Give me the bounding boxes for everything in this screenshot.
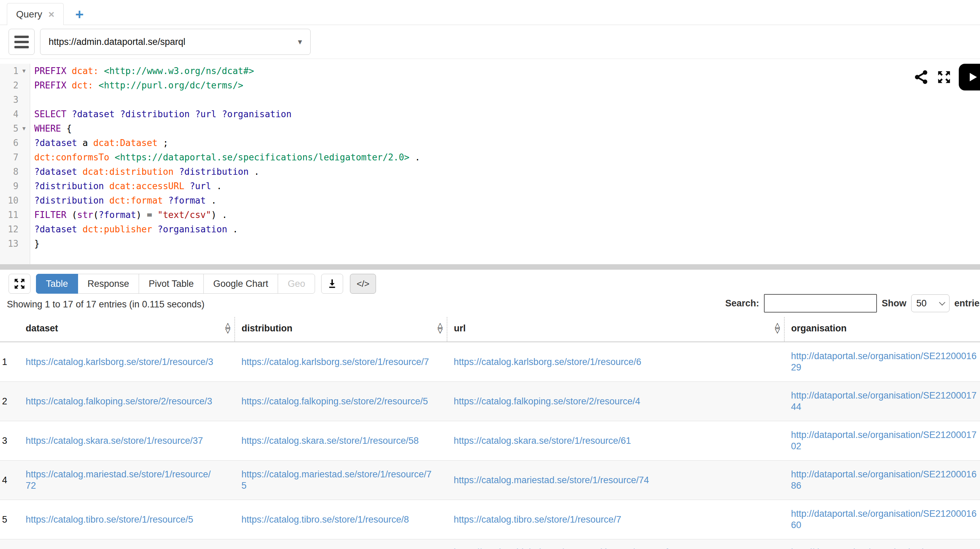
code-line: ?distribution dct:format ?format . bbox=[34, 193, 980, 207]
code-token: ) = bbox=[136, 210, 158, 220]
cell-line: https://catalog.mariestad.se/store/1/res… bbox=[454, 475, 778, 486]
fullscreen-button[interactable] bbox=[936, 69, 952, 85]
sort-icon[interactable]: △▽ bbox=[775, 322, 780, 334]
results-tab-google-chart[interactable]: Google Chart bbox=[204, 274, 278, 294]
code-token: ?distribution bbox=[179, 166, 254, 177]
resize-handle[interactable] bbox=[0, 264, 980, 270]
cell-line: https://catalog.karlsborg.se/store/1/res… bbox=[26, 356, 228, 368]
entries-label: entries bbox=[954, 298, 980, 309]
results-toolbar: TableResponsePivot TableGoogle ChartGeo … bbox=[9, 274, 980, 294]
result-link[interactable]: http://dataportal.se/organisation/SE2120… bbox=[791, 351, 977, 361]
expand-results-icon bbox=[13, 277, 26, 290]
result-link[interactable]: http://dataportal.se/organisation/SE2120… bbox=[791, 509, 977, 519]
cell-url: https://catalog.skara.se/store/1/resourc… bbox=[447, 421, 784, 461]
result-link[interactable]: https://catalog.tibro.se/store/1/resourc… bbox=[242, 514, 409, 525]
share-query-button[interactable] bbox=[913, 69, 929, 85]
fold-arrow-icon[interactable]: ▾ bbox=[19, 121, 29, 136]
endpoint-combobox[interactable]: ▾ bbox=[40, 29, 310, 55]
page-size-select[interactable]: 50 bbox=[911, 294, 950, 312]
tab-query[interactable]: Query × bbox=[7, 3, 64, 25]
cell-line: 5 bbox=[242, 480, 441, 492]
code-token: dct:conformsTo bbox=[34, 152, 115, 163]
cell-line: 60 bbox=[791, 520, 980, 531]
code-line bbox=[34, 93, 980, 107]
table-row: 3https://catalog.skara.se/store/1/resour… bbox=[0, 421, 980, 461]
fold-arrow-icon[interactable]: ▾ bbox=[19, 64, 29, 78]
result-link[interactable]: https://catalog.mariestad.se/store/1/res… bbox=[454, 475, 649, 485]
result-link[interactable]: 29 bbox=[791, 362, 801, 372]
code-line: ?dataset dct:publisher ?organisation . bbox=[34, 222, 980, 236]
results-tab-pivot-table[interactable]: Pivot Table bbox=[139, 274, 204, 294]
result-link[interactable]: 5 bbox=[242, 480, 247, 491]
result-link[interactable]: http://dataportal.se/organisation/SE2120… bbox=[791, 547, 971, 549]
cell-organisation: http://dataportal.se/organisation/SE2120… bbox=[784, 500, 980, 539]
result-link[interactable]: 60 bbox=[791, 520, 801, 530]
add-tab-button[interactable]: + bbox=[75, 8, 84, 21]
fold-spacer bbox=[19, 193, 29, 207]
fold-spacer bbox=[19, 93, 29, 107]
cell-dataset bbox=[14, 539, 235, 549]
sort-icon[interactable]: △▽ bbox=[225, 322, 231, 334]
result-link[interactable]: 86 bbox=[791, 480, 801, 491]
query-editor[interactable]: 1▾2345▾678910111213 PREFIX dcat: <http:/… bbox=[0, 59, 980, 264]
result-link[interactable]: http://dataportal.se/organisation/SE2120… bbox=[791, 430, 977, 440]
line-number: 5 bbox=[0, 121, 19, 136]
result-link[interactable]: https://catalog.mariestad.se/store/1/res… bbox=[26, 469, 211, 479]
result-link[interactable]: https://catalog.skara.se/store/1/resourc… bbox=[454, 436, 631, 446]
line-number: 3 bbox=[0, 93, 19, 107]
cell-distribution: https://catalog.mariestad.se/store/1/res… bbox=[235, 461, 447, 500]
gutter-row: 4 bbox=[0, 107, 30, 121]
column-header-organisation[interactable]: organisation△▽ bbox=[784, 317, 980, 342]
code-token: ; bbox=[163, 138, 169, 148]
code-token: ?dataset bbox=[34, 166, 83, 177]
result-link[interactable]: https://catalog.falkoping.se/store/2/res… bbox=[242, 396, 428, 407]
result-link[interactable]: https://catalog.skara.se/store/1/resourc… bbox=[26, 436, 203, 446]
cell-line: https://catalog.skara.se/store/1/resourc… bbox=[454, 435, 778, 447]
results-tab-response[interactable]: Response bbox=[78, 274, 139, 294]
result-link[interactable]: https://catalog.tidaholm.se/rowstore/dat… bbox=[454, 547, 677, 549]
result-link[interactable]: http://dataportal.se/organisation/SE2120… bbox=[791, 390, 977, 401]
code-token: ?distribution bbox=[34, 195, 109, 206]
code-token: dcat:accessURL bbox=[109, 181, 190, 191]
editor-code[interactable]: PREFIX dcat: <http://www.w3.org/ns/dcat#… bbox=[30, 64, 980, 264]
column-header-distribution[interactable]: distribution△▽ bbox=[235, 317, 447, 342]
column-header-dataset[interactable]: dataset△▽ bbox=[14, 317, 235, 342]
result-link[interactable]: 72 bbox=[26, 480, 36, 491]
menu-button[interactable] bbox=[9, 29, 35, 55]
sort-icon[interactable]: △▽ bbox=[438, 322, 443, 334]
fold-spacer bbox=[19, 207, 29, 222]
embed-button[interactable]: </> bbox=[350, 274, 376, 294]
gutter-row: 5▾ bbox=[0, 121, 30, 136]
results-tab-table[interactable]: Table bbox=[36, 274, 78, 294]
result-link[interactable]: https://catalog.falkoping.se/store/2/res… bbox=[454, 396, 640, 407]
result-link[interactable]: https://catalog.tibro.se/store/1/resourc… bbox=[26, 514, 193, 525]
code-line: ?distribution dcat:accessURL ?url . bbox=[34, 179, 980, 193]
result-link[interactable]: http://dataportal.se/organisation/SE2120… bbox=[791, 469, 977, 479]
result-link[interactable]: https://catalog.skara.se/store/1/resourc… bbox=[242, 436, 419, 446]
chevron-down-icon[interactable]: ▾ bbox=[298, 37, 302, 46]
fullscreen-icon bbox=[936, 69, 952, 85]
row-number-cell: 4 bbox=[0, 461, 14, 500]
result-link[interactable]: https://catalog.falkoping.se/store/2/res… bbox=[26, 396, 212, 407]
code-token: PREFIX bbox=[34, 80, 72, 91]
result-link[interactable]: https://catalog.karlsborg.se/store/1/res… bbox=[454, 357, 641, 367]
gutter-row: 3 bbox=[0, 93, 30, 107]
gutter-row: 9 bbox=[0, 179, 30, 193]
endpoint-input[interactable] bbox=[49, 37, 294, 47]
play-icon bbox=[965, 70, 979, 84]
run-query-button[interactable] bbox=[959, 64, 980, 91]
close-tab-icon[interactable]: × bbox=[48, 9, 54, 19]
result-link[interactable]: https://catalog.karlsborg.se/store/1/res… bbox=[242, 357, 429, 367]
search-input[interactable] bbox=[764, 294, 877, 313]
result-link[interactable]: https://catalog.karlsborg.se/store/1/res… bbox=[26, 357, 213, 367]
result-link[interactable]: https://catalog.tibro.se/store/1/resourc… bbox=[454, 514, 621, 525]
result-link[interactable]: 44 bbox=[791, 402, 801, 412]
table-row: 1https://catalog.karlsborg.se/store/1/re… bbox=[0, 342, 980, 382]
column-header-url[interactable]: url△▽ bbox=[447, 317, 784, 342]
result-link[interactable]: 02 bbox=[791, 441, 801, 451]
code-token: <http://www.w3.org/ns/dcat#> bbox=[104, 66, 254, 76]
cell-organisation: http://dataportal.se/organisation/SE2120… bbox=[784, 539, 980, 549]
result-link[interactable]: https://catalog.mariestad.se/store/1/res… bbox=[242, 469, 431, 479]
results-fullscreen-button[interactable] bbox=[9, 274, 30, 294]
download-button[interactable] bbox=[321, 274, 343, 294]
